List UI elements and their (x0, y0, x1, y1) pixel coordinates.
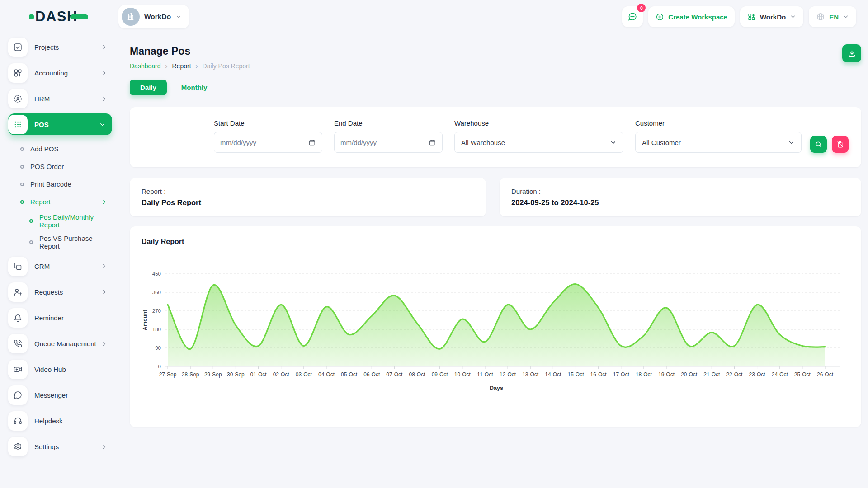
sidebar-item-label: Reminder (34, 314, 64, 322)
language-menu[interactable]: EN (809, 6, 856, 27)
sidebar-item-helpdesk[interactable]: Helpdesk (8, 410, 112, 432)
daily-report-chart[interactable]: 09018027036045027-Sep28-Sep29-Sep30-Sep0… (142, 269, 849, 401)
chevron-right-icon (101, 263, 108, 270)
report-label: Report : (142, 188, 474, 195)
chevron-down-icon (99, 121, 106, 128)
svg-text:23-Oct: 23-Oct (749, 371, 766, 378)
sidebar-item-accounting[interactable]: Accounting (8, 62, 112, 84)
sidebar-item-settings[interactable]: Settings (8, 436, 112, 457)
app-logo[interactable]: DASH (29, 9, 88, 25)
dot-icon (20, 200, 24, 204)
sidebar-item-crm[interactable]: CRM (8, 255, 112, 277)
chevron-right-icon (101, 340, 108, 347)
end-date-input[interactable]: mm/dd/yyyy (334, 132, 443, 153)
calendar-icon[interactable] (308, 139, 316, 146)
create-workspace-button[interactable]: Create Workspace (648, 6, 735, 27)
svg-text:13-Oct: 13-Oct (522, 371, 539, 378)
sidebar-item-label: Messenger (34, 391, 68, 399)
sidebar-item-label: POS (34, 121, 49, 128)
dots-grid-icon (8, 115, 28, 134)
chevron-right-icon (101, 198, 108, 205)
messages-button[interactable]: 0 (622, 6, 643, 27)
sidebar-subitem-label: Add POS (30, 145, 59, 153)
download-icon (848, 49, 856, 58)
user-plus-icon (8, 282, 28, 302)
sidebar-subitem-print-barcode[interactable]: Print Barcode (8, 175, 112, 193)
start-date-input[interactable]: mm/dd/yyyy (214, 132, 322, 153)
svg-text:26-Oct: 26-Oct (817, 371, 834, 378)
report-summary-card: Report : Daily Pos Report (130, 178, 486, 216)
top-header: DASH WorkDo 0 Create Workspace (0, 0, 868, 33)
chart-title: Daily Report (142, 238, 849, 246)
warehouse-select[interactable]: All Warehouse (454, 132, 623, 153)
breadcrumb-separator: › (196, 62, 198, 70)
sidebar-item-label: CRM (34, 263, 50, 270)
building-icon (126, 12, 135, 21)
plus-circle-icon (656, 13, 664, 21)
sidebar-item-requests[interactable]: Requests (8, 281, 112, 303)
sidebar-subitem-report[interactable]: Report (8, 193, 112, 211)
breadcrumb-daily-pos-report: Daily Pos Report (203, 62, 250, 70)
sidebar-item-projects[interactable]: Projects (8, 36, 112, 58)
workspace-name: WorkDo (144, 13, 171, 21)
svg-text:17-Oct: 17-Oct (613, 371, 630, 378)
breadcrumb-report[interactable]: Report (172, 62, 191, 70)
sidebar-subitem-pos-daily-monthly-report[interactable]: Pos Daily/Monthly Report (17, 211, 112, 232)
sidebar-item-label: Accounting (34, 69, 68, 77)
reset-filter-button[interactable] (832, 136, 849, 153)
sidebar-item-label: HRM (34, 95, 50, 103)
sidebar-item-label: Settings (34, 443, 59, 450)
workspace-switcher[interactable]: WorkDo (118, 5, 189, 28)
submenu-report: Pos Daily/Monthly ReportPos VS Purchase … (8, 211, 112, 253)
warehouse-label: Warehouse (454, 119, 623, 127)
logo-dot-icon (29, 14, 34, 19)
duration-value: 2024-09-25 to 2024-10-25 (511, 198, 849, 207)
chevron-right-icon (101, 44, 108, 51)
duration-summary-card: Duration : 2024-09-25 to 2024-10-25 (500, 178, 861, 216)
breadcrumb-separator: › (165, 62, 168, 70)
chat-dots-icon (627, 12, 637, 22)
breadcrumb: Dashboard›Report›Daily Pos Report (130, 62, 250, 70)
search-button[interactable] (810, 136, 827, 153)
sidebar-subitem-pos-vs-purchase-report[interactable]: Pos VS Purchase Report (17, 232, 112, 253)
download-report-button[interactable] (842, 44, 861, 62)
daily-report-card: Daily Report 09018027036045027-Sep28-Sep… (130, 226, 861, 427)
svg-text:05-Oct: 05-Oct (341, 371, 358, 378)
chevron-right-icon (101, 443, 108, 450)
sidebar-nav: ProjectsAccountingHRMPOSAdd POSPOS Order… (0, 33, 118, 488)
sidebar-item-messenger[interactable]: Messenger (8, 384, 112, 406)
svg-text:14-Oct: 14-Oct (545, 371, 561, 378)
grid-plus-icon (8, 63, 28, 83)
sidebar-subitem-pos-order[interactable]: POS Order (8, 158, 112, 175)
tab-monthly[interactable]: Monthly (179, 80, 209, 95)
phone-call-icon (8, 334, 28, 353)
sidebar-item-queue-management[interactable]: Queue Management (8, 333, 112, 354)
account-menu[interactable]: WorkDo (740, 6, 803, 27)
tab-daily[interactable]: Daily (130, 80, 167, 95)
calendar-icon[interactable] (429, 139, 436, 146)
messages-badge: 0 (637, 4, 646, 12)
logo-dash-icon (70, 14, 88, 19)
dot-icon (20, 165, 24, 169)
y-axis-title: Amount (142, 310, 148, 330)
page-title: Manage Pos (130, 45, 250, 57)
sidebar-subitem-label: Print Barcode (30, 180, 71, 188)
sidebar-item-video-hub[interactable]: Video Hub (8, 358, 112, 380)
duration-label: Duration : (511, 188, 849, 195)
sidebar-item-reminder[interactable]: Reminder (8, 307, 112, 328)
svg-text:270: 270 (152, 308, 161, 314)
sidebar-item-pos[interactable]: POS (8, 113, 112, 135)
svg-text:450: 450 (152, 271, 161, 277)
report-mode-tabs: DailyMonthly (130, 80, 861, 95)
customer-select[interactable]: All Customer (635, 132, 802, 153)
sidebar-subitem-add-pos[interactable]: Add POS (8, 140, 112, 158)
breadcrumb-dashboard[interactable]: Dashboard (130, 62, 161, 70)
svg-text:360: 360 (152, 290, 161, 295)
chevron-right-icon (101, 95, 108, 102)
globe-icon (816, 12, 825, 21)
sidebar-item-label: Video Hub (34, 366, 66, 373)
check-square-icon (8, 38, 28, 57)
account-name: WorkDo (760, 13, 786, 21)
svg-text:08-Oct: 08-Oct (409, 371, 426, 378)
sidebar-item-hrm[interactable]: HRM (8, 88, 112, 109)
